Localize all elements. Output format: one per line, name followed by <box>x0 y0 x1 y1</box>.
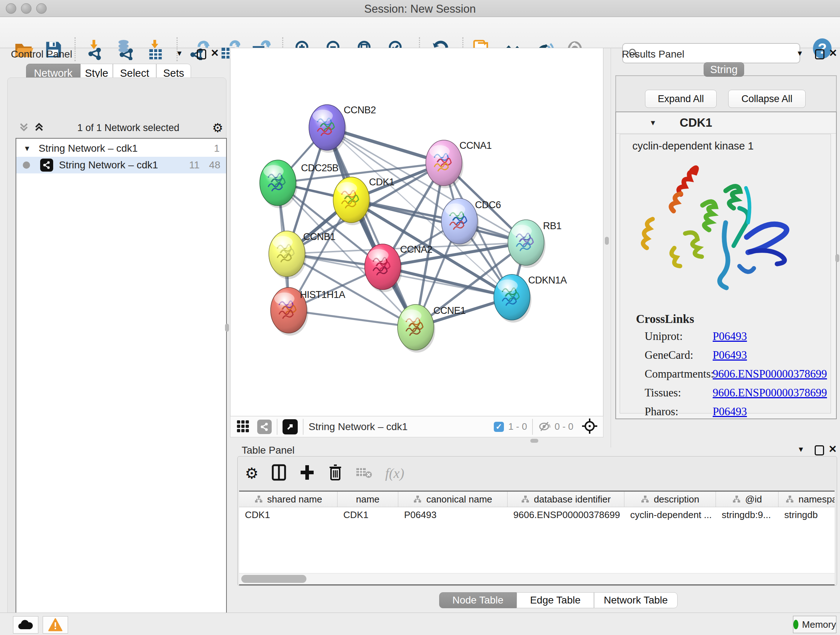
hidden-counts: 0 - 0 <box>554 421 573 432</box>
crosslink-value: 9606.ENSP00000378699 <box>713 367 827 380</box>
network-graph[interactable]: CCNB2CCNA1CDC25BCDK1CDC6RB1CCNB1CCNA2CDK… <box>231 48 603 416</box>
column-header[interactable]: name <box>338 492 398 507</box>
svg-text:HIST1H1A: HIST1H1A <box>300 289 346 300</box>
left-splitter-handle[interactable] <box>225 324 229 332</box>
column-header[interactable]: namespace <box>778 492 835 507</box>
column-header[interactable]: shared name <box>239 492 338 507</box>
svg-text:CDC25B: CDC25B <box>301 163 339 173</box>
node-HIST1H1A: HIST1H1A <box>271 287 346 336</box>
delete-column-icon[interactable] <box>328 464 343 483</box>
crosslink-value: P06493 <box>713 348 747 362</box>
attribute-icon <box>413 495 422 504</box>
genecard-link[interactable]: P06493 <box>713 348 747 361</box>
column-header[interactable]: database identifier <box>508 492 624 507</box>
attribute-icon <box>732 495 741 504</box>
close-panel-icon[interactable]: ✕ <box>210 47 219 59</box>
memory-button[interactable]: Memory <box>793 616 836 633</box>
svg-text:CDK1: CDK1 <box>369 177 394 187</box>
pharos-link[interactable]: P06493 <box>713 405 747 418</box>
results-panel-title: Results Panel <box>622 49 684 60</box>
table-box: ⚙ f(x) shared name name canonical name d… <box>237 456 837 586</box>
entry-details: cyclin-dependent kinase 1 <box>620 134 831 413</box>
show-columns-icon[interactable] <box>272 464 286 483</box>
entry-header[interactable]: ▼ CDK1 <box>616 112 836 134</box>
column-header[interactable]: canonical name <box>398 492 508 507</box>
string-view-icon[interactable] <box>257 420 272 434</box>
crosslink-value: P06493 <box>713 405 747 418</box>
network-row-selected[interactable]: String Network – cdk1 11 48 <box>16 157 226 173</box>
network-label: String Network – cdk1 <box>59 159 158 171</box>
node-table[interactable]: shared name name canonical name database… <box>239 491 835 585</box>
compartments-link[interactable]: 9606.ENSP00000378699 <box>713 367 827 380</box>
node-CCNE1: CCNE1 <box>398 304 466 353</box>
svg-text:CCNA1: CCNA1 <box>459 140 492 151</box>
hidden-items-eye-icon[interactable] <box>538 420 552 434</box>
float-panel-icon[interactable] <box>815 445 824 455</box>
fit-selected-crosshair-icon[interactable] <box>581 418 598 436</box>
float-panel-icon[interactable] <box>815 49 824 59</box>
collapse-all-networks-icon[interactable] <box>19 121 29 135</box>
float-panel-icon[interactable] <box>197 49 206 59</box>
svg-text:CCNA2: CCNA2 <box>400 244 432 255</box>
delete-table-icon[interactable] <box>355 466 372 480</box>
results-entry-box: ▼ CDK1 cyclin-dependent kinase 1 <box>615 111 837 419</box>
selected-items-checkbox[interactable]: ✓ <box>494 422 504 432</box>
network-collection-row[interactable]: ▼ String Network – cdk1 1 <box>16 140 226 157</box>
tissues-link[interactable]: 9606.ENSP00000378699 <box>713 386 827 399</box>
function-builder-icon[interactable]: f(x) <box>385 465 404 481</box>
network-options-gear-icon[interactable]: ⚙ <box>212 120 223 135</box>
column-header[interactable]: description <box>624 492 716 507</box>
selected-counts: 1 - 0 <box>508 421 527 432</box>
birdseye-view-icon[interactable] <box>283 419 298 434</box>
grid-view-icon[interactable] <box>236 419 251 435</box>
node-CDK1: CDK1 <box>333 177 394 225</box>
memory-label: Memory <box>802 619 836 630</box>
tab-network-table[interactable]: Network Table <box>594 592 677 608</box>
viewbar-separator <box>303 419 303 435</box>
viewbar-separator <box>277 419 278 435</box>
expand-all-button[interactable]: Expand All <box>645 90 717 108</box>
attribute-icon <box>521 495 530 504</box>
panel-menu-icon[interactable]: ▼ <box>176 49 183 57</box>
tab-node-table[interactable]: Node Table <box>439 592 516 608</box>
results-scrollbar-thumb[interactable] <box>835 254 839 262</box>
collapse-all-button[interactable]: Collapse All <box>728 90 806 108</box>
protein-structure-image <box>631 157 801 302</box>
node-CCNA1: CCNA1 <box>426 140 492 188</box>
collection-expander-icon[interactable]: ▼ <box>24 144 31 153</box>
tab-string-results[interactable]: String <box>704 62 744 77</box>
node-CCNB2: CCNB2 <box>309 105 376 153</box>
scrollbar-thumb[interactable] <box>241 575 306 583</box>
svg-text:CCNE1: CCNE1 <box>433 305 466 316</box>
tab-edge-table[interactable]: Edge Table <box>516 592 594 608</box>
cloud-status-button[interactable] <box>13 616 38 633</box>
close-panel-icon[interactable]: ✕ <box>829 47 837 59</box>
network-node-count: 11 <box>189 159 200 171</box>
table-horizontal-scrollbar[interactable] <box>239 573 835 584</box>
network-canvas[interactable]: CCNB2CCNA1CDC25BCDK1CDC6RB1CCNB1CCNA2CDK… <box>230 48 603 416</box>
column-header[interactable]: @id <box>716 492 778 507</box>
table-options-gear-icon[interactable]: ⚙ <box>245 464 259 482</box>
warnings-button[interactable] <box>43 616 68 633</box>
panel-menu-icon[interactable]: ▼ <box>796 49 804 57</box>
entry-description: cyclin-dependent kinase 1 <box>632 140 753 152</box>
crosslink-label: Compartments: <box>645 367 714 380</box>
svg-text:CDC6: CDC6 <box>475 200 501 211</box>
table-panel: Table Panel ▼ ✕ ⚙ f(x) shared name <box>233 439 840 613</box>
collection-count: 1 <box>214 143 219 154</box>
viewbar-separator <box>532 419 533 435</box>
network-edge-count: 48 <box>209 159 220 171</box>
view-network-name: String Network – cdk1 <box>309 421 408 432</box>
entry-expander-icon[interactable]: ▼ <box>649 119 657 127</box>
right-splitter-handle[interactable] <box>605 237 609 245</box>
table-tabs: Node Table Edge Table Network Table <box>439 592 677 608</box>
close-panel-icon[interactable]: ✕ <box>829 443 837 455</box>
entry-name: CDK1 <box>680 116 712 130</box>
uniprot-link[interactable]: P06493 <box>713 330 747 342</box>
crosslink-value: 9606.ENSP00000378699 <box>713 386 827 399</box>
cytoscape-window: Session: New Session <box>0 0 840 635</box>
expand-all-networks-icon[interactable] <box>34 121 44 135</box>
add-column-icon[interactable] <box>299 464 315 483</box>
panel-menu-icon[interactable]: ▼ <box>797 445 805 454</box>
table-row[interactable]: CDK1 CDK1 P06493 9606.ENSP00000378699 cy… <box>239 507 835 523</box>
